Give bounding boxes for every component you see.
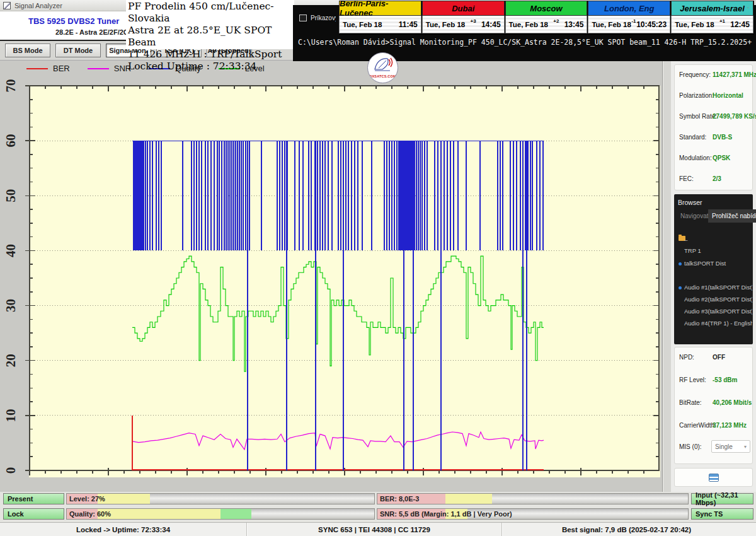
clock-time-row: Tue, Feb 18+314:45 [422, 16, 505, 33]
svg-text:50: 50 [3, 189, 18, 202]
param-value: 2/3 [713, 175, 721, 182]
clock-city: Moscow [505, 1, 588, 16]
clock-date: Tue, Feb 18 [675, 21, 714, 28]
browser-tab-2[interactable]: Prohlížeč nabídky [708, 209, 756, 223]
chevron-down-icon: ▾ [744, 444, 747, 450]
clock-moscow: MoscowTue, Feb 18+213:45 [505, 1, 588, 35]
param-label: Polarization: [679, 92, 714, 99]
tab-dt-mode[interactable]: DT Mode [55, 44, 101, 57]
svg-text:10: 10 [3, 409, 18, 422]
param-value: 11427,371 MHz [713, 71, 756, 78]
mis-selected-value: Single [715, 443, 733, 450]
clock-city: Dubai [422, 1, 505, 16]
bullet-icon [679, 262, 682, 265]
param-value: Horizontal [713, 92, 743, 99]
audio-track-item[interactable]: Audio #4(TRP 1) - English, AAC( [684, 320, 752, 327]
legend-item-ber: BER [26, 64, 70, 73]
param-label: BitRate: [679, 399, 702, 406]
clock-dubai: DubaiTue, Feb 18+314:45 [422, 1, 505, 35]
console-title: Príkazový ria [311, 15, 336, 21]
param-label: Standard: [679, 134, 706, 141]
console-titlebar: Príkazový ria [299, 15, 336, 21]
dxsatcs-logo: DXSATCS.COM [367, 52, 398, 83]
svg-text:60: 60 [3, 134, 18, 148]
legend-item-snr: SNR [88, 64, 131, 73]
signal-analyzer-app-icon [3, 2, 11, 9]
signal-meters-area: PresentLevel: 27%BER: 8,0E-3Input (~32,3… [0, 492, 756, 522]
save-button[interactable] [674, 468, 753, 487]
clock-date: Tue, Feb 18 [592, 21, 631, 28]
browser-tab-3[interactable]: N [750, 209, 756, 223]
clock-utc-offset: +3 [470, 18, 476, 24]
browser-tree-item[interactable]: TRP 1 [684, 247, 752, 254]
signal-history-chart: 010203040506070 [0, 61, 663, 494]
audio-track-item[interactable]: Audio #2(talkSPORT Dist) - AAC( [684, 296, 752, 303]
annotation-line-3: 11 426 MHz-H : TRP/TalkSport [128, 49, 292, 61]
clock-date: Tue, Feb 18 [426, 21, 465, 28]
logo-text: DXSATCS.COM [369, 74, 396, 78]
annotation-line-4: Locked Uptime : 72:33:34 [128, 61, 292, 73]
browser-title: Browser [678, 199, 702, 206]
ber-meter-label: BER: 8,0E-3 [380, 495, 419, 503]
clock-jerusalem-israel: Jerusalem-IsraelTue, Feb 18+112:45 [671, 1, 754, 35]
param-value: 37,123 MHz [713, 422, 747, 429]
quality-meter-fill [220, 509, 251, 519]
clock-time: 13:45 [564, 20, 584, 29]
param-label: NPD: [679, 354, 694, 361]
mis-select[interactable]: Single▾ [711, 440, 750, 453]
signal-chart-panel: BERSNRQualityLevel 010203040506070 [0, 61, 663, 492]
annotation-line-2: Astra 2E at 28.5°E_UK SPOT Beam [128, 25, 292, 49]
chevron-down-icon[interactable]: ˬ [747, 1, 755, 9]
tuner-title: TBS 5925 DVBS2 Tuner [28, 16, 119, 26]
browser-root[interactable]: _ [684, 234, 752, 241]
link-info-card: NPD:OFFRF Level:-53 dBmBitRate:40,206 Mb… [674, 347, 753, 464]
browser-panel: BrowserNavigovatProhlížeč nabídkyN_TRP 1… [674, 194, 753, 344]
audio-track-item[interactable]: Audio #1(talkSPORT Dist) - AAC( [684, 284, 752, 291]
world-clocks-widget: Berlin-Paris-LučenecTue, Feb 1811:45Duba… [339, 1, 754, 35]
disk-icon [709, 474, 719, 482]
clock-time: 11:45 [399, 20, 418, 29]
clock-utc-offset: +1 [719, 18, 725, 24]
param-value: 27499,789 KS/s [713, 113, 756, 120]
svg-text:70: 70 [3, 79, 18, 93]
clock-time: 10:45:23 [636, 20, 667, 29]
status-best-signal: Best signal: 7,9 dB (2025-02-17 20:42) [502, 523, 751, 536]
clock-date: Tue, Feb 18 [343, 21, 382, 28]
clock-time-row: Tue, Feb 1811:45 [339, 16, 421, 33]
browser-tab-1[interactable]: Navigovat [677, 209, 712, 223]
param-label: CarrierWidth: [679, 422, 716, 429]
tab-bs-mode[interactable]: BS Mode [5, 44, 50, 57]
svg-text:40: 40 [3, 244, 18, 257]
param-value: OFF [713, 354, 725, 361]
clock-time: 14:45 [481, 20, 501, 29]
snr-meter-label: SNR: 5,5 dB (Margin: 1,1 dB | Very Poor) [380, 510, 512, 518]
legend-swatch-ber [26, 68, 48, 69]
status-locked-uptime: Locked -> Uptime: 72:33:34 [0, 523, 247, 536]
console-command-line[interactable]: C:\Users\Roman Dávid>Signal Monitoring_P… [298, 38, 752, 47]
panel-divider [663, 61, 671, 492]
console-window-icon [299, 15, 307, 21]
present-indicator: Present [3, 493, 64, 504]
audio-track-item[interactable]: Audio #3(talkSPORT Dist) - AAC( [684, 308, 752, 315]
window-title: Signal Analyzer [14, 2, 62, 9]
clock-date: Tue, Feb 18 [509, 21, 548, 28]
param-value: 40,206 Mbit/s [713, 399, 752, 406]
satellite-dish-icon [371, 55, 395, 74]
clock-time-row: Tue, Feb 18-110:45:23 [588, 16, 670, 33]
browser-tree-item[interactable]: talkSPORT Dist [684, 260, 752, 267]
clock-city: London, Eng [588, 1, 670, 16]
signal-params-card: Frequency:11427,371 MHzPolarization:Hori… [674, 64, 753, 190]
sync-ts-indicator: Sync TS [691, 508, 753, 520]
status-sync-counters: SYNC 653 | TEI 44308 | CC 11729 [247, 523, 502, 536]
ber-meter-fill [445, 494, 492, 504]
input-indicator: Input (~32,31 Mbps) [691, 493, 753, 504]
clock-city: Jerusalem-Israel [671, 1, 753, 16]
legend-label: BER [53, 64, 70, 73]
legend-swatch-snr [88, 68, 109, 69]
transponder-sidebar: Frequency:11427,371 MHzPolarization:Hori… [671, 61, 756, 492]
bullet-icon [679, 286, 682, 289]
param-label: Symbol Rate: [679, 113, 717, 120]
param-label: FEC: [679, 175, 694, 182]
param-label: Modulation: [679, 154, 712, 161]
level-meter: Level: 27% [66, 493, 375, 504]
